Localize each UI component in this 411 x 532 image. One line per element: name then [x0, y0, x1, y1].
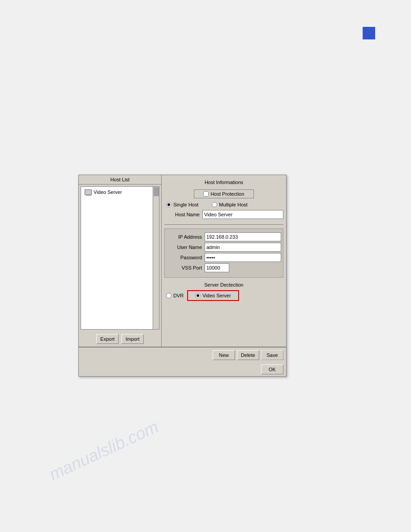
single-host-radio-group[interactable]: Single Host [166, 202, 198, 207]
video-server-icon [85, 189, 92, 195]
video-server-label: Video Server [202, 293, 231, 298]
host-list-content: Video Server [81, 186, 159, 330]
host-name-row: Host Name [164, 210, 283, 219]
save-button[interactable]: Save [261, 350, 283, 360]
host-info-panel: Host Informations Host Protection Single… [162, 175, 286, 347]
ip-section: IP Address User Name Password VSS Port [164, 228, 283, 278]
host-settings-dialog: Host List Video Server Export Import [78, 175, 287, 377]
password-input[interactable] [205, 253, 281, 262]
ip-address-input[interactable] [205, 232, 281, 241]
host-list-buttons: Export Import [79, 331, 161, 347]
vss-port-row: VSS Port [167, 263, 281, 272]
host-protection-checkbox[interactable] [203, 191, 209, 197]
detection-options: DVR Video Server [164, 290, 283, 301]
host-type-radio-row: Single Host Multiple Host [164, 202, 283, 207]
host-info-header: Host Informations [164, 178, 283, 188]
vss-port-input[interactable] [205, 263, 229, 272]
video-server-radio[interactable] [195, 293, 201, 298]
dvr-radio-group[interactable]: DVR [166, 293, 184, 298]
host-name-label: Host Name [164, 212, 202, 217]
host-protection-label: Host Protection [210, 191, 244, 197]
multiple-host-label: Multiple Host [219, 202, 248, 207]
single-host-radio[interactable] [166, 202, 171, 207]
host-name-input[interactable] [202, 210, 283, 219]
host-list-panel: Host List Video Server Export Import [79, 175, 162, 347]
delete-button[interactable]: Delete [237, 350, 259, 360]
server-detection-label: Server Dectection [164, 282, 283, 287]
multiple-host-radio-group[interactable]: Multiple Host [212, 202, 248, 207]
user-name-row: User Name [167, 243, 281, 252]
password-row: Password [167, 253, 281, 262]
host-list-scrollbar[interactable] [153, 187, 159, 329]
vss-port-label: VSS Port [167, 265, 205, 270]
multiple-host-radio[interactable] [212, 202, 217, 207]
scrollbar-thumb [154, 187, 159, 196]
host-list-item-label: Video Server [94, 189, 122, 195]
user-name-label: User Name [167, 245, 205, 250]
host-list-header: Host List [79, 175, 161, 184]
ok-button[interactable]: OK [261, 365, 283, 374]
server-detection-section: Server Dectection DVR Video Server [164, 282, 283, 301]
host-list-item[interactable]: Video Server [83, 189, 157, 196]
host-protection-checkbox-group[interactable]: Host Protection [194, 189, 253, 198]
dvr-label: DVR [173, 293, 184, 298]
new-button[interactable]: New [213, 350, 235, 360]
ok-row: OK [79, 363, 286, 376]
ip-address-label: IP Address [167, 234, 205, 240]
host-protection-row: Host Protection [164, 189, 283, 198]
import-button[interactable]: Import [121, 334, 144, 344]
export-button[interactable]: Export [96, 334, 119, 344]
ip-address-row: IP Address [167, 232, 281, 241]
action-buttons-row: New Delete Save [79, 347, 286, 363]
blue-square-decoration [363, 27, 375, 39]
password-label: Password [167, 255, 205, 260]
video-server-radio-group[interactable]: Video Server [187, 290, 239, 301]
user-name-input[interactable] [205, 243, 281, 252]
dvr-radio[interactable] [166, 293, 171, 298]
watermark: manualslib.com [46, 417, 161, 485]
single-host-label: Single Host [173, 202, 198, 207]
